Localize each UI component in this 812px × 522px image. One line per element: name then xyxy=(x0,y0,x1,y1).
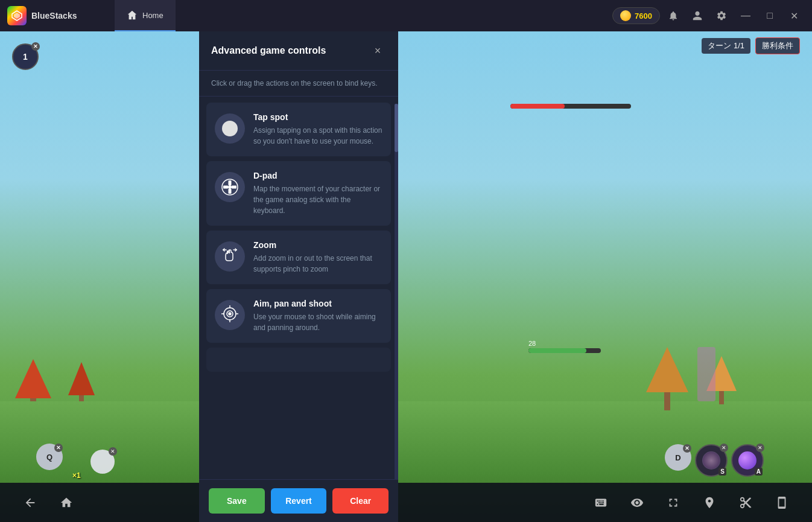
svg-rect-4 xyxy=(229,189,232,194)
aim-icon-container xyxy=(215,300,245,330)
zoom-item[interactable]: Zoom Add zoom in or out to the screen th… xyxy=(206,231,391,284)
white-circle-close[interactable]: ✕ xyxy=(109,447,117,456)
player-hp-label: 28 xyxy=(528,340,601,347)
zoom-icon-container xyxy=(215,241,245,272)
panel-description: Click or drag the actions on the screen … xyxy=(199,71,398,97)
app-name: BlueStacks xyxy=(31,11,77,21)
enemy-health-bar-area xyxy=(510,104,631,109)
clear-button[interactable]: Clear xyxy=(332,488,389,514)
panel-items-list: Tap spot Assign tapping on a spot with t… xyxy=(199,97,398,479)
badge-close[interactable]: ✕ xyxy=(31,42,40,51)
zoom-svg-icon xyxy=(221,246,239,267)
home-tab[interactable]: Home xyxy=(115,0,176,31)
scissors-button[interactable] xyxy=(734,491,758,515)
panel-scrollbar-thumb[interactable] xyxy=(395,104,398,152)
settings-icon[interactable] xyxy=(711,5,732,27)
expand-button[interactable] xyxy=(661,491,685,515)
d-key-slot-container: D ✕ xyxy=(665,444,691,477)
key-q-overlay: Q ✕ xyxy=(36,444,63,470)
player-health-bar-area: 28 xyxy=(528,340,601,353)
skill-s-icon xyxy=(702,451,720,469)
key-q-close[interactable]: ✕ xyxy=(54,444,63,452)
tap-spot-desc: Assign tapping on a spot with this actio… xyxy=(253,125,382,147)
item-counter: ×1 xyxy=(72,471,81,480)
white-circle-overlay: ✕ xyxy=(90,450,115,474)
panel-header: Advanced game controls × xyxy=(199,31,398,71)
skill-slots-area: D ✕ S ✕ A ✕ xyxy=(665,444,764,477)
skill-slot-a[interactable]: A ✕ xyxy=(731,444,764,477)
key-q-label: Q xyxy=(46,453,52,462)
advanced-controls-panel: Advanced game controls × Click or drag t… xyxy=(199,31,398,522)
tap-spot-item[interactable]: Tap spot Assign tapping on a spot with t… xyxy=(206,103,391,156)
dpad-text: D-pad Map the movement of your character… xyxy=(253,171,382,216)
tap-spot-text: Tap spot Assign tapping on a spot with t… xyxy=(253,112,382,147)
skill-a-icon xyxy=(738,451,756,469)
panel-scrollbar xyxy=(395,104,398,480)
more-item-hint xyxy=(206,348,391,372)
eye-button[interactable] xyxy=(625,491,649,515)
minimize-icon[interactable]: — xyxy=(735,5,756,27)
svg-rect-3 xyxy=(229,180,232,185)
coin-icon xyxy=(620,10,631,21)
coin-badge: 7600 xyxy=(612,7,660,24)
app-logo-area: BlueStacks xyxy=(0,6,115,25)
dpad-icon-container xyxy=(215,172,245,202)
profile-icon[interactable] xyxy=(687,5,708,27)
player-number-badge: 1 ✕ xyxy=(12,43,39,70)
coin-amount: 7600 xyxy=(635,11,652,21)
panel-close-button[interactable]: × xyxy=(369,42,386,59)
key-d-label: D xyxy=(675,453,680,462)
turn-badge: ターン 1/1 xyxy=(702,38,750,54)
player-health-fill xyxy=(528,348,586,353)
panel-title: Advanced game controls xyxy=(211,45,326,56)
svg-marker-1 xyxy=(14,13,20,19)
slot-a-key: A xyxy=(755,468,763,476)
key-d-close[interactable]: ✕ xyxy=(683,444,691,453)
aim-desc: Use your mouse to shoot while aiming and… xyxy=(253,311,382,333)
zoom-text: Zoom Add zoom in or out to the screen th… xyxy=(253,240,382,275)
windmill xyxy=(697,347,715,401)
aim-text: Aim, pan and shoot Use your mouse to sho… xyxy=(253,299,382,333)
revert-button[interactable]: Revert xyxy=(271,488,327,514)
dpad-item[interactable]: D-pad Map the movement of your character… xyxy=(206,161,391,226)
tree-right-1 xyxy=(643,332,691,410)
hud-top-right: ターン 1/1 勝利条件 xyxy=(702,37,800,54)
title-bar: BlueStacks Home 7600 — □ ✕ xyxy=(0,0,812,31)
dpad-desc: Map the movement of your character or th… xyxy=(253,183,382,216)
titlebar-right: 7600 — □ ✕ xyxy=(605,5,812,27)
aim-title: Aim, pan and shoot xyxy=(253,299,382,308)
notification-icon[interactable] xyxy=(662,5,684,27)
location-button[interactable] xyxy=(697,491,722,515)
tap-spot-icon-container xyxy=(215,113,245,144)
slot-s-close[interactable]: ✕ xyxy=(720,444,728,452)
svg-point-7 xyxy=(228,185,232,189)
aim-pan-shoot-item[interactable]: Aim, pan and shoot Use your mouse to sho… xyxy=(206,289,391,343)
aim-svg-icon xyxy=(221,305,239,325)
home-button[interactable] xyxy=(54,491,78,515)
slot-a-close[interactable]: ✕ xyxy=(756,444,764,452)
save-button[interactable]: Save xyxy=(209,488,265,514)
svg-rect-6 xyxy=(232,186,236,189)
home-tab-label: Home xyxy=(142,11,163,20)
svg-point-22 xyxy=(229,313,231,315)
tap-spot-circle-icon xyxy=(222,121,238,136)
game-area: 36 ターン 1/1 勝利条件 1 ✕ Q ✕ ✕ ×1 D ✕ xyxy=(0,31,812,522)
bottom-nav-bar xyxy=(0,483,812,522)
key-d-overlay: D ✕ xyxy=(665,444,691,471)
bluestacks-logo xyxy=(7,6,27,25)
tap-spot-title: Tap spot xyxy=(253,112,382,122)
player-health-bg xyxy=(528,348,601,353)
phone-button[interactable] xyxy=(770,491,794,515)
close-window-icon[interactable]: ✕ xyxy=(783,5,805,27)
maximize-icon[interactable]: □ xyxy=(759,5,781,27)
keyboard-button[interactable] xyxy=(589,491,613,515)
slot-s-key: S xyxy=(718,468,726,476)
panel-footer: Save Revert Clear xyxy=(199,479,398,522)
victory-badge: 勝利条件 xyxy=(755,37,800,54)
skill-slot-s[interactable]: S ✕ xyxy=(695,444,728,477)
dpad-title: D-pad xyxy=(253,171,382,180)
enemy-health-bg xyxy=(510,104,631,109)
zoom-desc: Add zoom in or out to the screen that su… xyxy=(253,253,382,275)
enemy-health-fill xyxy=(510,104,565,109)
back-button[interactable] xyxy=(18,491,42,515)
